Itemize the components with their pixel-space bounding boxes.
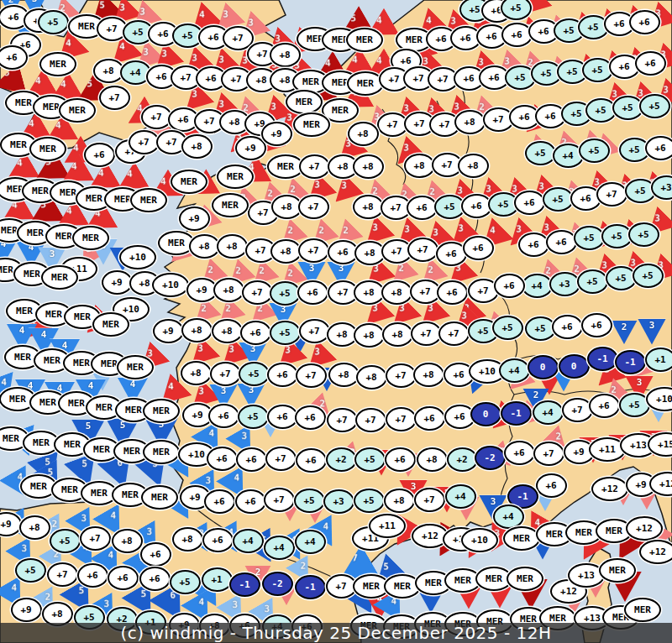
sea-marker: MER	[624, 598, 661, 622]
temperature-marker: +7	[327, 408, 358, 432]
temperature-marker: +5	[170, 570, 201, 594]
sea-marker: MER	[217, 165, 254, 189]
sea-marker: MER	[347, 71, 384, 96]
temperature-marker: +8	[189, 234, 220, 259]
temperature-marker: +4	[233, 529, 264, 553]
temperature-marker: +6	[581, 313, 612, 337]
temperature-marker: +6	[140, 542, 171, 567]
temperature-marker: +2	[447, 447, 478, 472]
temperature-marker: +6	[385, 447, 416, 472]
sea-marker: MER	[130, 188, 167, 212]
temperature-marker: +8	[458, 154, 489, 178]
weather-map: 2325332443343333544334223333333334444433…	[0, 0, 672, 643]
temperature-marker: +5	[543, 187, 574, 212]
sea-marker: MER	[346, 28, 383, 52]
temperature-marker: +7	[265, 447, 297, 471]
temperature-marker: +5	[612, 96, 643, 120]
sea-marker: MER	[29, 137, 66, 161]
temperature-marker: +8	[356, 365, 387, 389]
temperature-marker: +7	[410, 280, 441, 304]
temperature-marker: +7	[355, 408, 386, 432]
temperature-marker: +9	[235, 136, 266, 160]
temperature-marker: +4	[295, 530, 326, 554]
temperature-marker: +5	[619, 393, 650, 417]
temperature-marker: +4	[533, 400, 564, 425]
temperature-marker: +6	[0, 45, 28, 70]
temperature-marker: +5	[606, 266, 637, 290]
temperature-marker: -2	[262, 572, 293, 596]
temperature-marker: +8	[328, 363, 360, 387]
temperature-marker: +8	[404, 154, 435, 178]
temperature-marker: +5	[633, 264, 664, 288]
temperature-marker: +5	[492, 316, 523, 340]
temperature-marker: +7	[129, 130, 160, 154]
temperature-marker: -1	[615, 350, 646, 374]
temperature-marker: +5	[354, 489, 385, 513]
temperature-marker: +6	[207, 447, 238, 471]
temperature-marker: +6	[202, 528, 234, 552]
temperature-marker: +8	[181, 361, 212, 385]
temperature-marker: +7	[223, 26, 254, 50]
temperature-marker: +6	[514, 191, 545, 215]
temperature-marker: +1	[202, 567, 233, 592]
temperature-marker: +7	[47, 562, 78, 587]
temperature-marker: +9	[11, 598, 42, 622]
temperature-marker: +6	[84, 143, 115, 167]
temperature-marker: +5	[501, 0, 532, 20]
temperature-marker: +5	[582, 58, 613, 82]
temperature-marker: +8	[381, 280, 412, 305]
temperature-marker: +5	[579, 139, 610, 163]
temperature-marker: +10	[461, 528, 498, 552]
temperature-marker: +5	[239, 362, 270, 386]
temperature-marker: +8	[454, 110, 486, 134]
sea-marker: MER	[72, 226, 109, 250]
temperature-marker: +9	[153, 319, 184, 343]
temperature-marker: +10	[152, 273, 189, 297]
temperature-marker: +5	[15, 558, 46, 583]
temperature-marker: -2	[475, 446, 506, 470]
temperature-marker: +6	[240, 321, 271, 345]
temperature-marker: +6	[635, 51, 666, 76]
sea-marker: MER	[293, 112, 330, 137]
temperature-marker: +7	[141, 105, 172, 129]
sea-marker: MER	[286, 90, 323, 114]
temperature-marker: +1	[645, 348, 672, 372]
temperature-marker: +5	[601, 224, 633, 248]
temperature-marker: -1	[587, 347, 618, 371]
temperature-marker: +7	[99, 86, 130, 110]
caption-text: (c) windmig - Thursday 25 December 2025 …	[121, 623, 552, 643]
temperature-marker: +5	[270, 281, 301, 306]
temperature-marker: +12	[591, 477, 628, 501]
temperature-marker: +11	[369, 514, 406, 538]
temperature-marker: +6	[236, 447, 267, 472]
temperature-marker: +6	[494, 274, 525, 298]
temperature-marker: +8	[354, 280, 385, 305]
temperature-marker: +5	[270, 321, 301, 345]
temperature-marker: +8	[382, 322, 413, 347]
temperature-marker: +8	[417, 447, 448, 472]
temperature-marker: +6	[295, 405, 326, 430]
temperature-marker: +10	[646, 387, 672, 411]
temperature-marker: +6	[552, 315, 583, 339]
temperature-marker: +8	[172, 527, 203, 552]
temperature-marker: 0	[470, 402, 501, 426]
temperature-marker: +7	[210, 362, 241, 386]
temperature-marker: +9	[186, 278, 218, 302]
temperature-marker: +6	[204, 489, 235, 514]
temperature-marker: +6	[536, 473, 567, 498]
temperature-marker: +6	[645, 136, 672, 160]
temperature-marker: 0	[559, 354, 590, 379]
temperature-marker: +5	[525, 316, 556, 341]
temperature-marker: +8	[270, 43, 301, 67]
temperature-marker: +6	[504, 441, 535, 465]
temperature-marker: +5	[354, 447, 386, 472]
sea-marker: MER	[92, 312, 129, 337]
temperature-marker: +7	[298, 238, 329, 263]
temperature-marker: +7	[242, 280, 273, 305]
temperature-marker: +6	[463, 236, 494, 260]
sea-marker: MER	[117, 355, 154, 379]
temperature-marker: +6	[501, 23, 533, 47]
sea-marker: MER	[599, 558, 636, 583]
temperature-marker: +7	[407, 238, 438, 262]
temperature-marker: +6	[437, 280, 468, 305]
